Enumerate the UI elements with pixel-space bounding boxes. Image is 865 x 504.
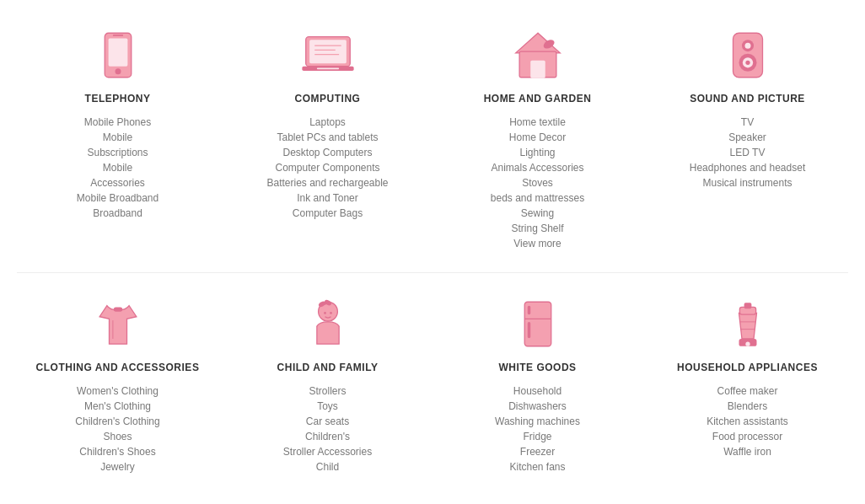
list-item[interactable]: Children's Clothing [75,414,159,429]
list-item[interactable]: Fridge [495,429,580,444]
list-item[interactable]: Stroller Accessories [283,444,372,459]
list-item[interactable]: Animals Accessories [491,160,584,175]
list-item[interactable]: Shoes [75,429,159,444]
list-item[interactable]: Speaker [690,130,805,145]
list-item[interactable]: Laptops [266,115,388,130]
svg-point-38 [745,341,749,346]
list-item[interactable]: Mobile Broadband [77,190,158,206]
category-child-family: CHILD AND FAMILYStrollersToysCar seatsCh… [227,286,428,483]
svg-point-26 [323,302,326,305]
svg-rect-31 [527,305,530,314]
list-item[interactable]: Broadband [77,206,158,221]
household-icon [714,294,782,353]
list-item[interactable]: Kitchen fans [495,459,580,475]
list-item[interactable]: Dishwashers [495,399,580,414]
list-item[interactable]: Stoves [491,175,584,190]
svg-rect-5 [309,40,347,63]
category-white-goods: WHITE GOODSHouseholdDishwashersWashing m… [437,286,638,483]
list-item[interactable]: beds and mattresses [491,190,584,206]
svg-rect-32 [527,321,530,337]
svg-point-27 [324,312,326,314]
child-family-title: CHILD AND FAMILY [277,362,379,373]
list-item[interactable]: Men's Clothing [75,399,159,414]
svg-rect-22 [113,307,122,311]
section-divider [17,272,848,273]
household-title: HOUSEHOLD APPLIANCES [677,362,818,373]
category-computing: COMPUTINGLaptopsTablet PCs and tabletsDe… [227,17,428,260]
list-item[interactable]: Lighting [491,145,584,160]
list-item[interactable]: Washing machines [495,414,580,429]
list-item[interactable]: Musical instruments [690,175,805,190]
list-item[interactable]: View more [491,236,584,251]
svg-rect-35 [744,303,751,308]
list-item[interactable]: TV [690,115,805,130]
category-telephony: TELEPHONYMobile PhonesMobileSubscription… [17,17,218,260]
category-grid: TELEPHONYMobile PhonesMobileSubscription… [0,0,865,500]
telephony-items: Mobile PhonesMobileSubscriptionsMobileAc… [77,115,158,221]
list-item[interactable]: Batteries and rechargeable [266,175,388,190]
list-item[interactable]: Mobile [77,160,158,175]
white-goods-icon [504,294,572,353]
white-goods-title: WHITE GOODS [498,362,576,373]
list-item[interactable]: Child [283,459,372,475]
svg-point-2 [115,68,121,74]
svg-rect-3 [112,35,122,36]
svg-rect-13 [530,60,545,78]
list-item[interactable]: Home Decor [491,130,584,145]
home-garden-icon [504,25,572,84]
list-item[interactable]: Tablet PCs and tablets [266,130,388,145]
svg-point-20 [745,60,749,64]
svg-point-28 [330,312,332,314]
home-garden-items: Home textileHome DecorLightingAnimals Ac… [491,115,584,251]
list-item[interactable]: Sewing [491,206,584,221]
sound-picture-title: SOUND AND PICTURE [690,93,805,105]
list-item[interactable]: Toys [283,399,372,414]
list-item[interactable]: Car seats [283,414,372,429]
white-goods-items: HouseholdDishwashersWashing machinesFrid… [495,383,580,475]
list-item[interactable]: Children's Shoes [75,444,159,459]
child-family-items: StrollersToysCar seatsChildren'sStroller… [283,383,372,475]
home-garden-title: HOME AND GARDEN [484,93,592,105]
computing-title: COMPUTING [295,93,361,105]
clothing-title: CLOTHING AND ACCESSORIES [36,362,200,373]
list-item[interactable]: Household [495,383,580,399]
svg-rect-1 [108,38,127,66]
list-item[interactable]: Freezer [495,444,580,459]
list-item[interactable]: Kitchen assistants [707,414,788,429]
list-item[interactable]: Desktop Computers [266,145,388,160]
list-item[interactable]: LED TV [690,145,805,160]
list-item[interactable]: Food processor [707,429,788,444]
list-item[interactable]: String Shelf [491,221,584,236]
clothing-icon [84,294,152,353]
category-household: HOUSEHOLD APPLIANCESCoffee makerBlenders… [647,286,848,483]
list-item[interactable]: Jewelry [75,459,159,475]
sound-picture-items: TVSpeakerLED TVHeadphones and headsetMus… [690,115,805,190]
clothing-items: Women's ClothingMen's ClothingChildren's… [75,383,159,475]
telephony-title: TELEPHONY [85,93,151,105]
computing-items: LaptopsTablet PCs and tabletsDesktop Com… [266,115,388,221]
svg-point-17 [744,42,750,48]
list-item[interactable]: Mobile [77,130,158,145]
sound-picture-icon [714,25,782,84]
list-item[interactable]: Mobile Phones [77,115,158,130]
category-clothing: CLOTHING AND ACCESSORIESWomen's Clothing… [17,286,218,483]
list-item[interactable]: Coffee maker [707,383,788,399]
category-sound-picture: SOUND AND PICTURETVSpeakerLED TVHeadphon… [647,17,848,260]
list-item[interactable]: Strollers [283,383,372,399]
list-item[interactable]: Children's [283,429,372,444]
list-item[interactable]: Home textile [491,115,584,130]
list-item[interactable]: Computer Bags [266,206,388,221]
child-family-icon [294,294,362,353]
svg-rect-7 [316,67,338,69]
list-item[interactable]: Blenders [707,399,788,414]
list-item[interactable]: Ink and Toner [266,190,388,206]
category-home-garden: HOME AND GARDENHome textileHome DecorLig… [437,17,638,260]
telephony-icon [84,25,152,84]
list-item[interactable]: Computer Components [266,160,388,175]
list-item[interactable]: Women's Clothing [75,383,159,399]
household-items: Coffee makerBlendersKitchen assistantsFo… [707,383,788,459]
list-item[interactable]: Waffle iron [707,444,788,459]
list-item[interactable]: Subscriptions [77,145,158,160]
list-item[interactable]: Accessories [77,175,158,190]
list-item[interactable]: Headphones and headset [690,160,805,175]
